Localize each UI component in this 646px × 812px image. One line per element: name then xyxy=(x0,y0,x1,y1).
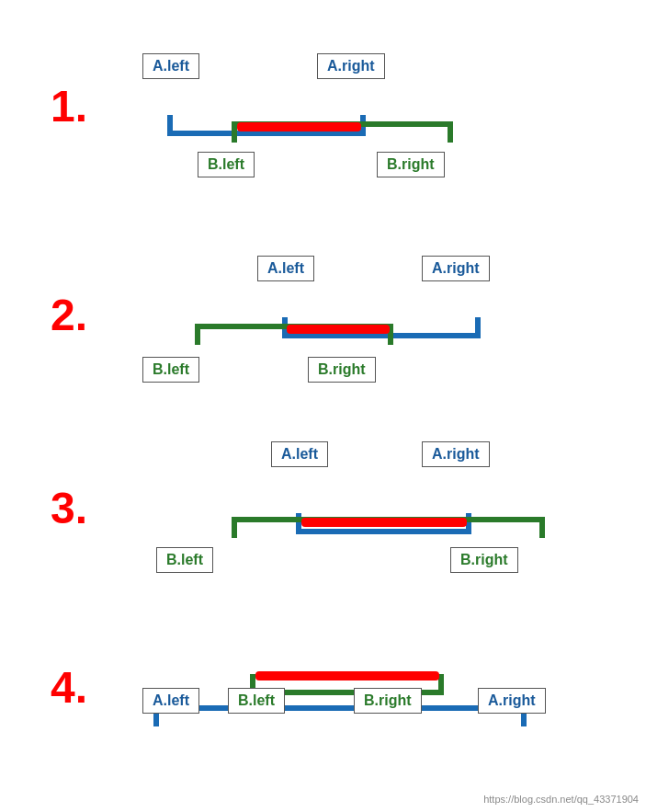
svg-overlay xyxy=(0,0,646,812)
svg-rect-2 xyxy=(301,518,467,527)
case-3-number: 3. xyxy=(51,483,87,533)
case2-b-right-label: B.right xyxy=(308,357,376,383)
case4-a-right-label: A.right xyxy=(478,688,546,714)
case3-b-left-label: B.left xyxy=(156,547,213,573)
case1-a-right-label: A.right xyxy=(317,53,385,79)
case1-b-left-label: B.left xyxy=(198,152,255,177)
case1-a-left-label: A.left xyxy=(142,53,199,79)
svg-rect-1 xyxy=(287,325,390,334)
case4-b-right-label: B.right xyxy=(354,688,422,714)
case-1-number: 1. xyxy=(51,81,87,132)
case1-b-right-label: B.right xyxy=(377,152,445,177)
case2-a-left-label: A.left xyxy=(257,256,314,281)
case3-a-right-label: A.right xyxy=(422,441,490,467)
case2-a-right-label: A.right xyxy=(422,256,490,281)
case-4-number: 4. xyxy=(51,662,87,713)
svg-rect-0 xyxy=(237,122,361,132)
case2-b-left-label: B.left xyxy=(142,357,199,383)
watermark: https://blog.csdn.net/qq_43371904 xyxy=(483,794,639,805)
svg-rect-3 xyxy=(255,671,439,680)
case4-a-left-label: A.left xyxy=(142,688,199,714)
diagram-container: 1. A.left A.right B.left B.right 2. A.le… xyxy=(0,0,646,812)
case4-b-left-label: B.left xyxy=(228,688,285,714)
case-2-number: 2. xyxy=(51,290,87,340)
case3-a-left-label: A.left xyxy=(271,441,328,467)
case3-b-right-label: B.right xyxy=(450,547,518,573)
